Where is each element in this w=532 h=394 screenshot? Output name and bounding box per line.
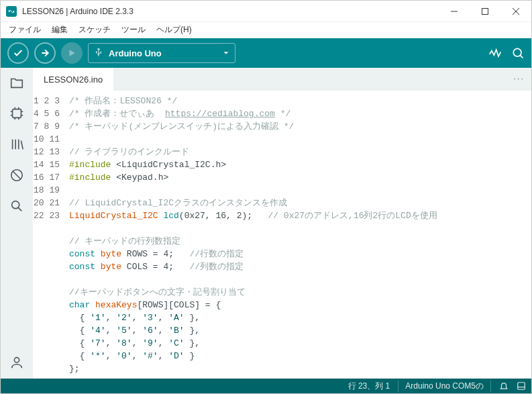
- maximize-button[interactable]: [470, 1, 500, 22]
- tab-active[interactable]: LESSON26.ino: [33, 68, 114, 91]
- svg-point-1: [13, 11, 14, 11]
- boards-manager-button[interactable]: [7, 104, 26, 123]
- svg-rect-3: [482, 8, 488, 14]
- svg-point-0: [9, 11, 10, 11]
- toolbar: Arduino Uno: [1, 38, 531, 68]
- menu-sketch[interactable]: スケッチ: [73, 23, 116, 37]
- code-editor[interactable]: 1 2 3 4 5 6 7 8 9 10 11 12 13 14 15 16 1…: [33, 91, 531, 379]
- svg-point-28: [14, 358, 19, 362]
- window-title: LESSON26 | Arduino IDE 2.3.3: [22, 7, 439, 16]
- sketchbook-button[interactable]: [7, 73, 26, 92]
- account-button[interactable]: [7, 353, 26, 372]
- svg-line-27: [18, 207, 21, 211]
- activity-bar: [1, 68, 33, 379]
- svg-marker-7: [70, 50, 75, 56]
- menu-file[interactable]: ファイル: [3, 23, 46, 37]
- menubar: ファイル 編集 スケッチ ツール ヘルプ(H): [1, 22, 531, 38]
- code-content[interactable]: /* 作品名：LESSON26 */ /* 作成者：せでぃあ https://c…: [69, 91, 531, 379]
- search-button[interactable]: [7, 197, 26, 215]
- serial-monitor-button[interactable]: [511, 46, 525, 60]
- debug-panel-button[interactable]: [7, 166, 26, 185]
- close-panel-icon[interactable]: [517, 381, 526, 391]
- upload-button[interactable]: [34, 42, 56, 64]
- cursor-position[interactable]: 行 23、列 1: [348, 381, 390, 392]
- tab-overflow-button[interactable]: ···: [513, 73, 525, 83]
- close-button[interactable]: [500, 1, 531, 22]
- app-icon: [6, 6, 17, 17]
- debug-button[interactable]: [61, 42, 83, 64]
- svg-marker-8: [224, 52, 229, 54]
- verify-button[interactable]: [7, 42, 29, 64]
- tab-bar: LESSON26.ino ···: [33, 68, 531, 91]
- menu-help[interactable]: ヘルプ(H): [151, 23, 197, 37]
- svg-point-9: [513, 48, 521, 56]
- board-name: Arduino Uno: [109, 48, 217, 58]
- svg-line-23: [21, 141, 23, 150]
- line-gutter: 1 2 3 4 5 6 7 8 9 10 11 12 13 14 15 16 1…: [33, 91, 69, 379]
- svg-line-10: [520, 55, 523, 58]
- chevron-down-icon: [223, 48, 229, 58]
- notifications-icon[interactable]: [499, 381, 509, 391]
- serial-plotter-button[interactable]: [488, 46, 502, 60]
- svg-rect-29: [518, 383, 525, 390]
- board-selector[interactable]: Arduino Uno: [88, 43, 235, 63]
- status-bar: 行 23、列 1 Arduino Uno COM5の: [1, 379, 531, 393]
- svg-point-26: [12, 201, 19, 209]
- tab-label: LESSON26.ino: [44, 75, 103, 85]
- library-manager-button[interactable]: [7, 135, 26, 154]
- minimize-button[interactable]: [439, 1, 470, 22]
- svg-line-25: [13, 172, 21, 179]
- usb-icon: [94, 48, 103, 59]
- svg-rect-11: [13, 109, 21, 118]
- menu-tools[interactable]: ツール: [116, 23, 151, 37]
- port-info[interactable]: Arduino Uno COM5の: [398, 381, 491, 392]
- menu-edit[interactable]: 編集: [46, 23, 73, 37]
